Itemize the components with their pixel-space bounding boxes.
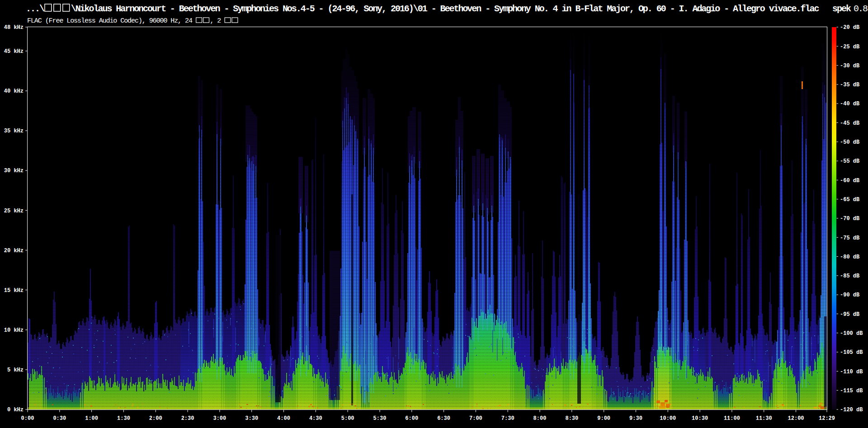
svg-text:-100 dB: -100 dB (840, 330, 863, 337)
svg-text:1:30: 1:30 (117, 415, 130, 422)
svg-text:12:29: 12:29 (819, 415, 835, 422)
svg-text:20 kHz: 20 kHz (4, 248, 24, 254)
svg-text:6:30: 6:30 (437, 415, 450, 422)
svg-text:5 kHz: 5 kHz (7, 367, 24, 373)
svg-text:-45 dB: -45 dB (840, 120, 859, 127)
svg-text:-70 dB: -70 dB (840, 216, 859, 222)
svg-text:-75 dB: -75 dB (840, 235, 859, 241)
svg-text:40 kHz: 40 kHz (4, 88, 24, 94)
svg-text:0 kHz: 0 kHz (7, 407, 24, 413)
svg-text:10:30: 10:30 (692, 415, 708, 422)
svg-text:48 kHz: 48 kHz (4, 24, 24, 31)
svg-text:5:30: 5:30 (373, 415, 387, 422)
svg-text:-85 dB: -85 dB (840, 273, 859, 279)
svg-text:9:00: 9:00 (597, 415, 610, 422)
svg-text:8:00: 8:00 (533, 415, 547, 422)
svg-text:...\: ...\ (26, 4, 45, 14)
svg-text:-80 dB: -80 dB (840, 254, 859, 260)
svg-text:spek: spek (832, 4, 851, 14)
svg-text:3:00: 3:00 (213, 415, 226, 422)
svg-text:7:30: 7:30 (501, 415, 514, 422)
svg-text:-25 dB: -25 dB (840, 44, 859, 50)
svg-text:35 kHz: 35 kHz (4, 128, 24, 134)
svg-text:-55 dB: -55 dB (840, 158, 859, 165)
svg-text:25 kHz: 25 kHz (4, 208, 24, 214)
svg-text:11:30: 11:30 (756, 415, 772, 422)
svg-text:2:00: 2:00 (149, 415, 162, 422)
svg-text:2:30: 2:30 (181, 415, 194, 422)
svg-text:9:30: 9:30 (629, 415, 642, 422)
svg-text:10:00: 10:00 (660, 415, 676, 422)
svg-text:-115 dB: -115 dB (840, 388, 863, 394)
svg-text:-95 dB: -95 dB (840, 311, 859, 318)
svg-text:-40 dB: -40 dB (840, 101, 859, 107)
svg-text:0.8.2: 0.8.2 (854, 4, 868, 14)
svg-text:8:30: 8:30 (565, 415, 578, 422)
svg-text:-90 dB: -90 dB (840, 292, 859, 298)
svg-text:-120 dB: -120 dB (840, 407, 863, 413)
svg-text:0:30: 0:30 (53, 415, 66, 422)
svg-text:4:00: 4:00 (277, 415, 290, 422)
svg-text:-35 dB: -35 dB (840, 82, 859, 88)
svg-text:5:00: 5:00 (341, 415, 354, 422)
svg-text:\Nikolaus Harnoncourt - Beetho: \Nikolaus Harnoncourt - Beethoven - Symp… (71, 4, 819, 14)
svg-text:-50 dB: -50 dB (840, 139, 859, 146)
svg-text:-20 dB: -20 dB (840, 24, 859, 31)
svg-text:10 kHz: 10 kHz (4, 327, 24, 334)
svg-text:0:00: 0:00 (21, 415, 34, 422)
svg-text:, 2: , 2 (210, 17, 221, 25)
svg-text:6:00: 6:00 (405, 415, 418, 422)
svg-text:-30 dB: -30 dB (840, 63, 859, 69)
svg-text:11:00: 11:00 (724, 415, 740, 422)
svg-text:30 kHz: 30 kHz (4, 168, 24, 174)
svg-text:-60 dB: -60 dB (840, 178, 859, 184)
svg-text:-110 dB: -110 dB (840, 369, 863, 375)
svg-text:12:00: 12:00 (788, 415, 804, 422)
svg-text:4:30: 4:30 (309, 415, 322, 422)
svg-text:1:00: 1:00 (85, 415, 98, 422)
svg-text:45 kHz: 45 kHz (4, 48, 24, 55)
svg-text:-105 dB: -105 dB (840, 349, 863, 356)
svg-text:15 kHz: 15 kHz (4, 287, 24, 294)
svg-text:FLAC (Free Lossless Audio Code: FLAC (Free Lossless Audio Codec), 96000 … (27, 17, 193, 25)
svg-text:7:00: 7:00 (469, 415, 482, 422)
svg-text:3:30: 3:30 (245, 415, 258, 422)
svg-text:-65 dB: -65 dB (840, 197, 859, 203)
